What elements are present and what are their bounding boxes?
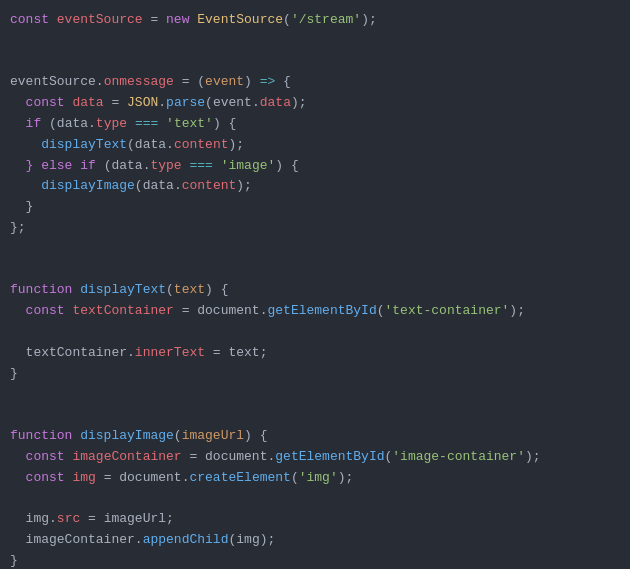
- code-line: [6, 488, 624, 509]
- code-content: const eventSource = new EventSource('/st…: [6, 10, 624, 569]
- code-line: [6, 405, 624, 426]
- code-line: }: [6, 364, 624, 385]
- code-line: }: [6, 197, 624, 218]
- code-line: [6, 52, 624, 73]
- code-line: const img = document.createElement('img'…: [6, 468, 624, 489]
- code-line: [6, 239, 624, 260]
- code-line: function displayImage(imageUrl) {: [6, 426, 624, 447]
- code-line: eventSource.onmessage = (event) => {: [6, 72, 624, 93]
- code-line: [6, 384, 624, 405]
- code-line: function displayText(text) {: [6, 280, 624, 301]
- code-line: img.src = imageUrl;: [6, 509, 624, 530]
- code-line: displayText(data.content);: [6, 135, 624, 156]
- code-line: [6, 260, 624, 281]
- code-line: [6, 31, 624, 52]
- code-line: } else if (data.type === 'image') {: [6, 156, 624, 177]
- code-line: const eventSource = new EventSource('/st…: [6, 10, 624, 31]
- code-editor: const eventSource = new EventSource('/st…: [0, 0, 630, 569]
- code-line: imageContainer.appendChild(img);: [6, 530, 624, 551]
- code-line: displayImage(data.content);: [6, 176, 624, 197]
- code-line: };: [6, 218, 624, 239]
- code-line: const imageContainer = document.getEleme…: [6, 447, 624, 468]
- code-line: [6, 322, 624, 343]
- code-line: textContainer.innerText = text;: [6, 343, 624, 364]
- code-line: const data = JSON.parse(event.data);: [6, 93, 624, 114]
- code-line: if (data.type === 'text') {: [6, 114, 624, 135]
- code-line: }: [6, 551, 624, 569]
- code-line: const textContainer = document.getElemen…: [6, 301, 624, 322]
